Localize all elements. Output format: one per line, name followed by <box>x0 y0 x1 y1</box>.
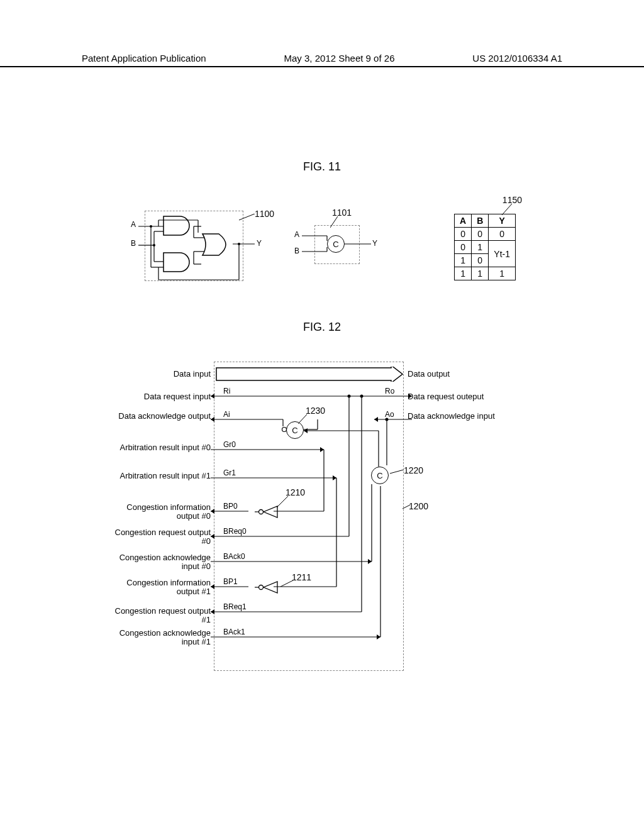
ref-1150-leader <box>502 204 514 215</box>
label-cong-ack-1: Congestion acknowledge input #1 <box>113 629 211 647</box>
svg-line-85 <box>298 414 307 424</box>
ref-1220-leader <box>390 470 404 475</box>
truth-table-1150: A B Y 0 0 0 0 1 Yt-1 1 0 1 1 1 <box>454 214 516 280</box>
sig-back0: BAck0 <box>223 552 245 561</box>
page-header: Patent Application Publication May 3, 20… <box>0 53 644 67</box>
header-center: May 3, 2012 Sheet 9 of 26 <box>284 53 395 64</box>
svg-line-88 <box>277 496 288 507</box>
fig11-c-output-y: Y <box>372 239 377 248</box>
svg-point-62 <box>360 395 364 398</box>
header-left: Patent Application Publication <box>82 53 206 64</box>
ref-1210-leader <box>277 496 288 507</box>
ref-1211: 1211 <box>292 572 311 582</box>
label-data-ack-input: Data acknowledge input <box>408 412 495 421</box>
fig11-c-input-b: B <box>294 246 299 255</box>
label-arb-result-1: Arbitration result input #1 <box>113 472 211 480</box>
ref-1211-leader <box>280 580 293 587</box>
sig-bp1: BP1 <box>223 577 238 586</box>
header-right: US 2012/0106334 A1 <box>472 53 562 64</box>
sig-ai: Ai <box>223 410 230 419</box>
sig-gr0: Gr0 <box>223 440 236 449</box>
ref-1230: 1230 <box>306 406 325 416</box>
svg-marker-33 <box>408 394 412 399</box>
fig11-title: FIG. 11 <box>303 160 341 174</box>
ref-1220: 1220 <box>404 465 423 475</box>
svg-marker-48 <box>368 559 372 564</box>
svg-line-24 <box>239 214 255 220</box>
ref-1200-leader <box>402 505 410 510</box>
sig-ri: Ri <box>223 387 230 396</box>
sig-bp0: BP0 <box>223 502 238 511</box>
ref-1101-leader <box>330 216 340 228</box>
sig-back1: BAck1 <box>223 628 245 636</box>
label-data-request-input: Data request input <box>113 392 211 401</box>
ref-1200: 1200 <box>409 501 428 511</box>
svg-line-30 <box>330 216 338 228</box>
fig11-input-a: A <box>131 220 136 229</box>
label-data-ack-output: Data acknowledge output <box>113 412 211 421</box>
th-y: Y <box>489 214 516 228</box>
svg-marker-82 <box>264 582 277 593</box>
th-b: B <box>472 214 489 228</box>
ref-1100-leader <box>239 214 255 221</box>
left-label-arrows <box>211 362 218 673</box>
inverter-1210 <box>255 505 280 519</box>
svg-line-89 <box>280 580 293 587</box>
ref-1210: 1210 <box>286 487 305 497</box>
svg-marker-77 <box>304 428 308 433</box>
svg-point-60 <box>348 395 351 398</box>
sig-breq0: BReq0 <box>223 527 247 536</box>
svg-line-86 <box>390 470 404 473</box>
ref-1230-leader <box>298 414 308 424</box>
label-cong-info-1: Congestion information output #1 <box>113 578 211 597</box>
fig11-output-y: Y <box>257 239 262 248</box>
sig-breq1: BReq1 <box>223 602 247 611</box>
svg-marker-90 <box>211 394 214 399</box>
fig11-content: A B Y 1100 C A B Y 1101 A B Y 0 <box>138 189 503 289</box>
inverter-1211 <box>255 580 280 594</box>
wires-1101 <box>302 223 377 267</box>
sig-ao: Ao <box>385 410 394 419</box>
svg-point-9 <box>153 244 155 246</box>
label-data-input: Data input <box>113 369 211 379</box>
fig12-title: FIG. 12 <box>303 321 341 334</box>
c-1220-wires <box>302 418 396 494</box>
label-arb-result-0: Arbitration result input #0 <box>113 443 211 452</box>
label-cong-ack-0: Congestion acknowledge input #0 <box>113 553 211 572</box>
svg-point-83 <box>259 585 264 590</box>
th-a: A <box>455 214 472 228</box>
label-cong-req-0: Congestion request output #0 <box>113 528 211 546</box>
svg-marker-54 <box>377 634 380 639</box>
sig-gr1: Gr1 <box>223 468 236 477</box>
svg-line-87 <box>402 505 410 509</box>
svg-point-80 <box>259 510 264 514</box>
label-cong-req-1: Congestion request output #1 <box>113 607 211 625</box>
svg-point-23 <box>238 243 240 245</box>
svg-point-8 <box>150 225 152 228</box>
sig-ro: Ro <box>385 387 394 396</box>
svg-line-31 <box>502 204 512 215</box>
ref-1100: 1100 <box>255 209 274 219</box>
fig11-input-b: B <box>131 239 136 248</box>
label-cong-info-0: Congestion information output #0 <box>113 503 211 521</box>
svg-marker-79 <box>264 506 277 517</box>
label-data-request-output: Data request outeput <box>408 392 484 401</box>
fig12-content: Data input Data request input Data ackno… <box>113 362 503 673</box>
fig11-c-input-a: A <box>294 230 299 239</box>
